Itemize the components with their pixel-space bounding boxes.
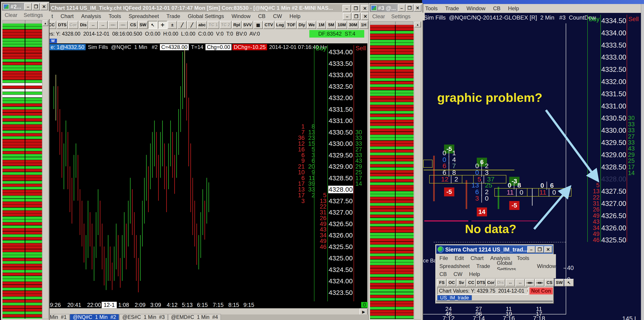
menu-item-window[interactable]: Window — [466, 5, 486, 12]
minimize-button[interactable]: – — [527, 246, 535, 253]
toolbar-button-abc[interactable]: abc — [197, 21, 207, 29]
toolbar-button-dis[interactable]: Dis — [79, 21, 88, 29]
toolbar-button-tof[interactable]: TOF — [286, 21, 297, 29]
toolbar-button-fs[interactable]: FS — [437, 279, 446, 286]
menu-item-cb[interactable]: CB — [440, 271, 447, 277]
right-app-titlebar[interactable] — [422, 0, 644, 4]
chart-tab[interactable]: @ES#C 1 Min #3 — [120, 314, 168, 320]
maximize-button[interactable]: ❐ — [536, 246, 544, 253]
toolbar-button-5m[interactable]: 5M — [326, 21, 336, 29]
right-vertical-scrollbar[interactable] — [641, 4, 644, 320]
menu-item-clear[interactable]: Clear — [5, 12, 17, 18]
menu-item-global-settings[interactable]: Global Settings — [188, 13, 224, 19]
toolbar-button--[interactable]: ⇥⇤ — [535, 279, 544, 286]
toolbar-button-dis[interactable]: Dis — [496, 279, 505, 286]
menu-item-spreadsheet[interactable]: Spreadsheet — [128, 13, 159, 19]
menu-item-help[interactable]: Help — [290, 13, 300, 19]
mini-scroll-strip[interactable] — [436, 300, 553, 302]
close-button[interactable]: ✕ — [414, 4, 422, 12]
main-window-titlebar[interactable]: Chart 1214 US_IM_Ticky.cht IQFeed 2014-1… — [46, 4, 370, 12]
menu-item-tools[interactable]: Tools — [425, 5, 438, 12]
toolbar-button-sw[interactable]: SW — [554, 279, 564, 286]
toolbar-button-dly[interactable]: Dly — [297, 21, 306, 29]
tape2-titlebar[interactable]: #2... – ❐ ✕ — [2, 3, 48, 11]
toolbar-button--[interactable]: ↖ — [564, 279, 574, 286]
toolbar-button--[interactable]: ↔ — [98, 21, 108, 29]
menu-item-settings[interactable]: Settings — [391, 13, 410, 20]
close-button[interactable]: ✕ — [544, 246, 552, 253]
child-minimize-button[interactable]: – — [343, 13, 351, 20]
menu-item-cw[interactable]: CW — [273, 13, 282, 19]
child-restore-button[interactable]: ❐ — [352, 13, 360, 20]
menu-item-chart[interactable]: Chart — [470, 255, 484, 261]
toolbar-button-sw[interactable]: SW — [138, 21, 148, 29]
menu-item-cb[interactable]: CB — [258, 13, 266, 19]
toolbar-button-cs[interactable]: CS — [128, 21, 138, 29]
toolbar-button-ctv[interactable]: CTV — [263, 21, 274, 29]
menu-item-edit[interactable]: Edit — [455, 255, 464, 261]
toolbar-button--[interactable]: ↔ — [516, 279, 525, 286]
toolbar-button-tc-1[interactable]: TC 1 — [208, 21, 219, 29]
toolbar-button-cc[interactable]: CC — [466, 279, 476, 286]
menu-item-window[interactable]: Window — [537, 263, 556, 269]
minimize-button[interactable]: – — [398, 4, 406, 12]
menu-item-chart[interactable]: Chart — [60, 13, 74, 19]
toolbar-button-svv[interactable]: SVV — [242, 21, 253, 29]
chart-tab[interactable]: Min #1 — [47, 314, 70, 320]
toolbar-button-dts[interactable]: DTS — [476, 279, 486, 286]
chart-tab[interactable]: @EMD#C 1 Min #4 — [168, 314, 221, 320]
toolbar-button-rpl[interactable]: Rpl — [232, 21, 242, 29]
menu-item-file[interactable]: File — [440, 255, 448, 261]
scroll-up-button[interactable]: ▲ — [42, 20, 48, 26]
toolbar-button--[interactable]: ↔ — [506, 279, 515, 286]
menu-item-analysis[interactable]: Analysis — [81, 13, 101, 19]
toolbar-button-we[interactable]: We — [307, 21, 316, 29]
menu-item-cw[interactable]: CW — [454, 271, 462, 277]
toolbar-button--[interactable]: ╱ — [178, 21, 187, 29]
toolbar-button--[interactable]: ✛ — [158, 21, 167, 29]
toolbar-button--[interactable]: ↔ — [88, 21, 98, 29]
tab-us-im-trade[interactable]: US_IM_trade — [437, 295, 472, 300]
menu-item-cb[interactable]: CB — [493, 5, 500, 12]
menu-item-trade[interactable]: Trade — [445, 5, 459, 12]
toolbar-button--[interactable]: ± — [168, 21, 177, 29]
toolbar-button--[interactable]: ⇥⇤ — [118, 21, 128, 29]
menu-item-help[interactable]: Help — [469, 271, 480, 277]
child-close-button[interactable]: ✕ — [361, 13, 370, 20]
toolbar-button-sv[interactable]: Sv — [457, 279, 466, 286]
toolbar-button-log[interactable]: Log — [275, 21, 285, 29]
menu-item-tools[interactable]: Tools — [108, 13, 121, 19]
minimize-button[interactable]: – — [342, 5, 351, 12]
close-button[interactable]: ✕ — [40, 3, 48, 10]
toolbar-button-dts[interactable]: DTS — [57, 21, 68, 29]
menu-item-spreadsheet[interactable]: Spreadsheet — [440, 263, 470, 269]
tape3-scrollbar[interactable]: ▲ — [414, 21, 421, 320]
maximize-button[interactable]: ❐ — [406, 4, 414, 12]
toolbar-button-tc-2[interactable]: TC 2 — [220, 21, 232, 29]
menu-item-clear[interactable]: Clear — [372, 13, 385, 20]
toolbar-button-cor[interactable]: Cor — [486, 279, 496, 286]
toolbar-button--[interactable]: ▦ — [254, 21, 263, 29]
toolbar-button-oc[interactable]: OC — [447, 279, 456, 286]
toolbar-button-1m[interactable]: 1M — [317, 21, 326, 29]
maximize-button[interactable]: ❐ — [352, 5, 360, 12]
price-chart-area[interactable]: e: 1@4332.50Sim Fills @NQ#C 1 Min #2C=43… — [49, 43, 367, 308]
menu-item-help[interactable]: Help — [508, 5, 519, 12]
minimize-button[interactable]: – — [24, 3, 32, 10]
maximize-button[interactable]: ❐ — [32, 3, 40, 10]
scroll-up-button[interactable]: ▲ — [414, 22, 421, 27]
menu-item-trade[interactable]: Trade — [476, 263, 490, 269]
tape2-scrollbar[interactable]: ▲ — [42, 20, 48, 319]
toolbar-button--[interactable]: ⇥⇤ — [108, 21, 118, 29]
toolbar-button--[interactable]: ↖ — [148, 21, 158, 29]
toolbar-button-cor[interactable]: Cor — [68, 21, 78, 29]
tape3-titlebar[interactable]: #3 @... – ❐ ✕ — [370, 4, 422, 12]
close-button[interactable]: ✕ — [361, 5, 369, 12]
menu-item-settings[interactable]: Settings — [24, 12, 43, 18]
toolbar-button-10m[interactable]: 10M — [336, 21, 347, 29]
toolbar-button-cs[interactable]: CS — [545, 279, 554, 286]
menu-item-window[interactable]: Window — [232, 13, 250, 19]
chart-tab[interactable]: @NQ#C 1 Min #2 — [70, 314, 119, 320]
toolbar-button--[interactable]: ╱ — [187, 21, 196, 29]
corner-tab[interactable]: W — [49, 39, 57, 43]
